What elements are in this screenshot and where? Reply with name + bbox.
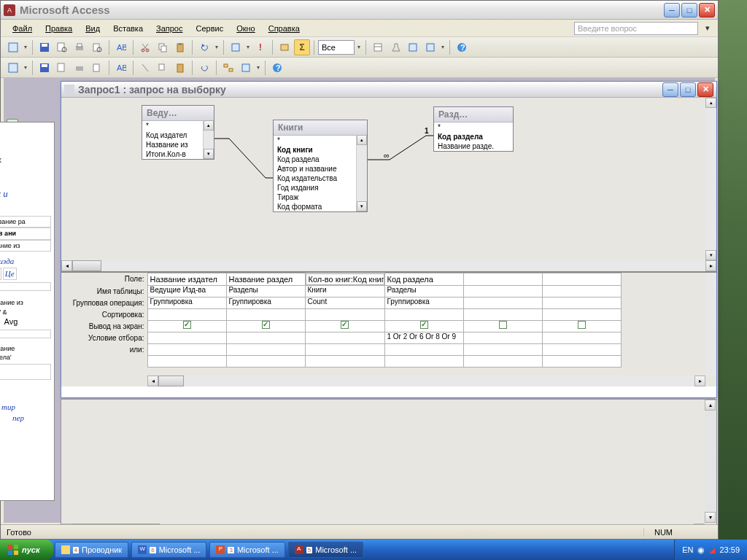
taskbar-item[interactable]: W6Microsoft ... xyxy=(131,542,206,558)
tray-icon[interactable]: ◢ xyxy=(709,545,715,555)
table-field[interactable]: Код раздела xyxy=(274,155,367,164)
table-field[interactable]: Тираж xyxy=(274,192,367,202)
table-field[interactable]: Название разде. xyxy=(434,141,513,151)
qbe-table-cell[interactable] xyxy=(463,285,542,297)
menu-edit[interactable]: Правка xyxy=(39,23,78,34)
qbe-field-cell[interactable] xyxy=(542,273,621,286)
save2-button[interactable] xyxy=(36,60,53,76)
copy2-button[interactable] xyxy=(155,60,171,76)
copy-button[interactable] xyxy=(155,39,171,55)
checkbox-icon[interactable] xyxy=(499,321,507,329)
qw-close-button[interactable]: ✕ xyxy=(697,82,713,97)
qbe-show-cell[interactable] xyxy=(384,320,463,332)
start-button[interactable]: пуск xyxy=(0,540,53,560)
table-field[interactable]: Код раздела xyxy=(434,132,513,141)
qbe-or-cell[interactable] xyxy=(463,343,542,355)
diagram-hscrollbar[interactable]: ◂▸ xyxy=(61,260,716,271)
qbe-sort-cell[interactable] xyxy=(147,308,226,320)
qbe-field-cell[interactable]: Кол-во книг:Код книги▾ xyxy=(306,273,384,285)
qbe-sort-cell[interactable] xyxy=(463,308,542,320)
qbe-blank-cell[interactable] xyxy=(384,355,463,367)
qbe-total-cell[interactable]: Count xyxy=(305,297,384,308)
cut2-button[interactable] xyxy=(137,60,153,76)
table-field[interactable]: Код книги xyxy=(274,145,367,155)
table-scrollbar[interactable]: ▴▾ xyxy=(203,120,214,159)
close-button[interactable]: ✕ xyxy=(699,3,715,18)
newobject-button[interactable] xyxy=(422,39,438,55)
print2-button[interactable] xyxy=(71,60,88,76)
qbe-field-cell[interactable]: Код раздела xyxy=(384,273,463,286)
spelling2-button[interactable]: ABC xyxy=(113,60,129,76)
query-window-titlebar[interactable]: Запрос1 : запрос на выборку ─ □ ✕ xyxy=(61,82,716,98)
undo-button[interactable] xyxy=(196,39,212,55)
qbe-or-cell[interactable] xyxy=(305,343,384,355)
print-preview-button[interactable] xyxy=(89,39,105,55)
qbe-table-cell[interactable]: Книги xyxy=(305,285,384,297)
qbe-show-cell[interactable] xyxy=(147,320,226,332)
view2-button[interactable] xyxy=(5,60,21,76)
view-dropdown-icon[interactable]: ▾ xyxy=(23,44,28,50)
help-button[interactable]: ? xyxy=(454,39,470,55)
qbe-total-cell[interactable] xyxy=(542,297,621,308)
qbe-blank-cell[interactable] xyxy=(463,355,542,367)
qbe-blank-cell[interactable] xyxy=(305,355,384,367)
newobject-dropdown-icon[interactable]: ▾ xyxy=(440,44,446,50)
paste2-button[interactable] xyxy=(172,60,188,76)
qbe-show-cell[interactable] xyxy=(542,320,621,332)
table-scrollbar[interactable]: ▴▾ xyxy=(356,135,367,211)
taskbar-item-active[interactable]: A5Microsoft ... xyxy=(288,542,363,558)
menu-file[interactable]: Файл xyxy=(7,23,38,34)
view2-dropdown-icon[interactable]: ▾ xyxy=(23,64,28,71)
table-field-list[interactable]: * Код раздела Название разде. xyxy=(434,122,513,151)
tray-icon[interactable]: ◉ xyxy=(697,545,705,555)
print-button[interactable] xyxy=(71,39,88,55)
object-button[interactable] xyxy=(238,60,254,76)
qbe-blank-cell[interactable] xyxy=(542,355,621,367)
checkbox-icon[interactable] xyxy=(341,321,349,329)
qbe-field-cell[interactable]: Название издател xyxy=(147,273,226,286)
qbe-show-cell[interactable] xyxy=(226,320,305,332)
spelling-button[interactable]: ABC xyxy=(113,39,129,55)
system-tray[interactable]: EN ◉ ◢ 23:59 xyxy=(674,540,747,560)
qbe-total-cell[interactable]: Группировка xyxy=(384,297,463,308)
properties-button[interactable] xyxy=(370,39,386,55)
view-button[interactable] xyxy=(5,39,21,55)
qbe-field-cell[interactable] xyxy=(463,273,542,286)
qbe-vscrollbar[interactable] xyxy=(705,273,716,376)
qbe-criteria-cell[interactable] xyxy=(542,332,621,343)
table-field[interactable]: Код формата xyxy=(274,202,367,211)
ask-dropdown-icon[interactable]: ▾ xyxy=(703,23,712,33)
object-dropdown-icon[interactable]: ▾ xyxy=(255,64,261,71)
menu-query[interactable]: Запрос xyxy=(150,23,188,34)
qbe-blank-cell[interactable] xyxy=(147,355,226,367)
tray-clock[interactable]: 23:59 xyxy=(719,545,740,554)
qbe-criteria-cell[interactable] xyxy=(226,332,305,343)
table-field[interactable]: Автор и название xyxy=(274,164,367,174)
table-field[interactable]: Код издательства xyxy=(274,174,367,183)
menu-window[interactable]: Окно xyxy=(231,23,261,34)
taskbar-item[interactable]: 4Проводник xyxy=(55,542,129,558)
table-field[interactable]: * xyxy=(434,122,513,132)
menu-insert[interactable]: Вставка xyxy=(107,23,149,34)
qbe-table-cell[interactable] xyxy=(542,285,621,297)
minimize-button[interactable]: ─ xyxy=(664,3,680,18)
qbe-table-cell[interactable]: Ведущие Изд-ва xyxy=(147,285,226,297)
menu-view[interactable]: Вид xyxy=(80,23,106,34)
qbe-show-cell[interactable] xyxy=(463,320,542,332)
querytype-button[interactable] xyxy=(228,39,244,55)
qbe-sort-cell[interactable] xyxy=(384,308,463,320)
checkbox-icon[interactable] xyxy=(420,321,428,329)
qbe-criteria-cell[interactable] xyxy=(147,332,226,343)
topvalues-combo[interactable]: Все xyxy=(318,40,355,55)
table-field-list[interactable]: * Код книги Код раздела Автор и название… xyxy=(274,136,367,211)
paste-button[interactable] xyxy=(172,39,188,55)
qbe-blank-cell[interactable] xyxy=(226,355,305,367)
querytype-dropdown-icon[interactable]: ▾ xyxy=(245,44,251,50)
menu-help[interactable]: Справка xyxy=(263,23,306,34)
qbe-field-cell[interactable]: Название раздел xyxy=(226,273,305,286)
topvalues-dropdown-icon[interactable]: ▾ xyxy=(356,44,362,50)
qbe-sort-cell[interactable] xyxy=(305,308,384,320)
qbe-total-cell[interactable]: Группировка xyxy=(147,297,226,308)
build-button[interactable] xyxy=(387,39,403,55)
qbe-or-cell[interactable] xyxy=(542,343,621,355)
